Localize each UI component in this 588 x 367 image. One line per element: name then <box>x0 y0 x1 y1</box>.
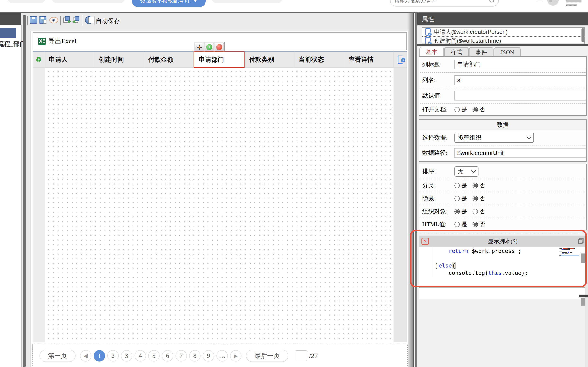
workspace-tab-2[interactable]: 流程应用台账模板配置页面 <box>51 0 125 3</box>
import-template-button[interactable] <box>73 16 80 24</box>
panel-splitter[interactable] <box>413 13 414 367</box>
page-number-input[interactable] <box>296 350 307 361</box>
first-page-button[interactable]: 第一页 <box>40 350 76 362</box>
page-button-5[interactable]: 5 <box>148 350 160 361</box>
field-list-item[interactable]: 创建时间($work.startTime) <box>422 36 584 44</box>
column-header-selected[interactable]: 申请部门 <box>194 51 244 68</box>
collapse-arrow-icon[interactable]: > <box>421 238 429 245</box>
refresh-column-cell[interactable]: ♻ <box>33 51 44 68</box>
workspace-tab-1[interactable]: 流程中心台账 <box>7 0 46 3</box>
prev-page-button[interactable]: ◀ <box>80 350 91 361</box>
tab-json[interactable]: JSON <box>494 47 521 57</box>
column-header[interactable]: 创建时间 <box>94 51 144 68</box>
scrollbar-thumb[interactable] <box>581 298 585 306</box>
column-header[interactable]: 申请人 <box>44 51 94 68</box>
app-window: 流程中心台账 流程应用台账模板配置页面 数据展示模板配置页 PC端展示模板页面 … <box>0 0 588 367</box>
tab-style[interactable]: 样式 <box>444 47 469 57</box>
html-yes-radio[interactable] <box>454 222 460 227</box>
field-doc-icon <box>425 37 431 44</box>
section-separator <box>419 233 587 233</box>
more-pages-button[interactable]: … <box>216 350 228 361</box>
search-input[interactable] <box>394 0 489 4</box>
hidden-no-radio[interactable] <box>473 196 478 201</box>
select-data-dropdown[interactable]: 拟稿组织 <box>454 133 534 143</box>
page-button-6[interactable]: 6 <box>162 350 173 361</box>
add-column-cell[interactable] <box>394 51 407 68</box>
save-icon <box>30 16 37 24</box>
horizontal-splitter[interactable] <box>418 44 588 46</box>
remove-widget-button[interactable]: − <box>215 43 224 51</box>
data-path-input[interactable] <box>454 148 586 158</box>
no-label: 否 <box>479 194 485 203</box>
page-scrollbar-track[interactable] <box>585 230 588 367</box>
right-gutter <box>393 68 407 342</box>
column-label: 申请人 <box>49 55 68 64</box>
next-page-button[interactable]: ▶ <box>230 350 241 361</box>
page-button-1[interactable]: 1 <box>94 350 105 361</box>
script-code-editor[interactable]: return $work.process ; }else{ console.lo… <box>419 247 586 277</box>
script-section-header[interactable]: 显示脚本(S) > <box>419 236 586 247</box>
panel-splitter[interactable] <box>415 13 417 367</box>
column-header[interactable]: 付款类别 <box>245 51 294 68</box>
tab-basic[interactable]: 基本 <box>419 47 444 57</box>
page-number: 1 <box>98 352 101 359</box>
resize-handle[interactable] <box>579 295 588 297</box>
global-search[interactable] <box>390 0 499 7</box>
outline-item-label[interactable]: 流程_部门 <box>0 40 26 48</box>
category-yes-radio[interactable] <box>454 183 460 188</box>
add-widget-button[interactable]: + <box>205 43 214 51</box>
page-button-8[interactable]: 8 <box>189 350 201 361</box>
html-no-radio[interactable] <box>473 222 478 227</box>
column-label: 查看详情 <box>349 55 374 64</box>
export-icon <box>63 16 70 24</box>
page-button-2[interactable]: 2 <box>107 350 119 361</box>
field-item-label: 创建时间($work.startTime) <box>434 37 501 44</box>
open-doc-no-radio[interactable] <box>473 107 478 112</box>
workspace-tab-4[interactable]: PC端展示模板页面 <box>211 0 283 3</box>
page-button-7[interactable]: 7 <box>176 350 187 361</box>
panel-splitter-shadow <box>409 13 413 367</box>
field-list-item[interactable]: 申请人($work.creatorPerson) <box>422 28 584 36</box>
page-button-9[interactable]: 9 <box>203 350 214 361</box>
field-list[interactable]: 申请人($work.creatorPerson) 创建时间($work.star… <box>422 27 585 44</box>
autosave-checkbox[interactable] <box>88 17 94 23</box>
workspace-tab-3-active[interactable]: 数据展示模板配置页 <box>132 0 206 7</box>
org-yes-radio[interactable] <box>454 209 460 214</box>
org-no-radio[interactable] <box>473 209 478 214</box>
editor-minimap[interactable] <box>560 248 579 256</box>
page-button-3[interactable]: 3 <box>121 350 132 361</box>
avatar[interactable] <box>547 0 559 6</box>
search-icon[interactable] <box>489 0 495 3</box>
open-doc-yes-radio[interactable] <box>454 107 460 112</box>
outline-panel-body <box>0 25 22 367</box>
popout-icon[interactable] <box>578 238 584 244</box>
page-button-4[interactable]: 4 <box>135 350 146 361</box>
field-list-scrollbar[interactable] <box>581 28 584 42</box>
save-button[interactable] <box>30 16 37 24</box>
design-grid-area[interactable] <box>45 68 393 342</box>
last-page-button[interactable]: 最后一页 <box>246 350 288 362</box>
column-header[interactable]: 当前状态 <box>294 51 344 68</box>
column-label: 创建时间 <box>99 55 124 64</box>
col-name-input[interactable] <box>454 75 586 85</box>
column-header[interactable]: 付款金额 <box>144 51 194 68</box>
outline-selected-item[interactable] <box>0 28 16 38</box>
tab-events[interactable]: 事件 <box>469 47 494 57</box>
col-title-input[interactable] <box>454 60 586 69</box>
no-label: 否 <box>479 182 485 190</box>
scrollbar-thumb[interactable] <box>581 253 585 263</box>
outline-scrollbar[interactable] <box>23 15 26 367</box>
export-template-button[interactable] <box>63 16 70 24</box>
hidden-yes-radio[interactable] <box>454 196 460 201</box>
data-section-title: 数据 <box>497 121 509 129</box>
open-doc-label: 打开文档: <box>422 106 454 114</box>
default-value-input[interactable] <box>454 91 586 100</box>
move-widget-button[interactable] <box>195 43 204 51</box>
window-icon[interactable] <box>537 0 543 0</box>
column-header[interactable]: 查看详情 <box>344 51 394 68</box>
options-group: 排序: 无 分类: 是 否 隐藏: 是 否 组织对象: 是 <box>419 164 587 231</box>
sort-dropdown[interactable]: 无 <box>454 167 478 177</box>
category-no-radio[interactable] <box>473 183 478 188</box>
save-as-button[interactable] <box>39 16 46 24</box>
preview-button[interactable] <box>49 17 58 23</box>
